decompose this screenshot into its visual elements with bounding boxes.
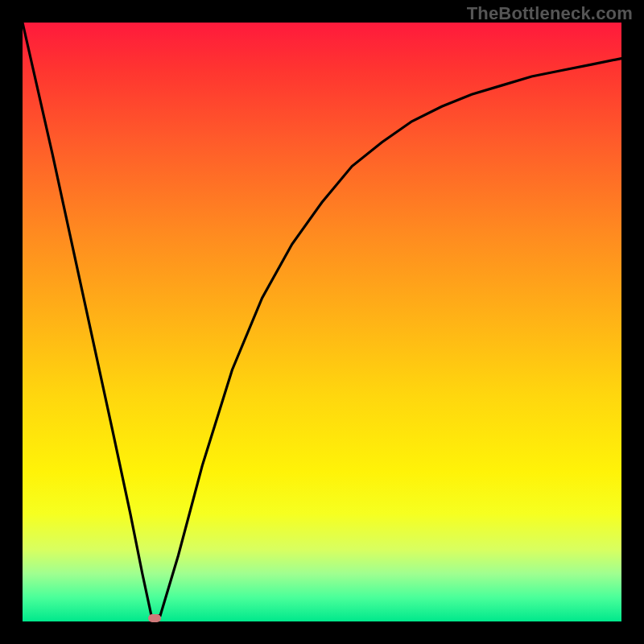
watermark-text: TheBottleneck.com bbox=[467, 3, 633, 24]
plot-area bbox=[23, 23, 621, 621]
chart-container: TheBottleneck.com bbox=[0, 0, 644, 644]
optimal-marker bbox=[148, 614, 161, 622]
curve-svg bbox=[23, 23, 621, 621]
bottleneck-curve bbox=[23, 23, 621, 616]
